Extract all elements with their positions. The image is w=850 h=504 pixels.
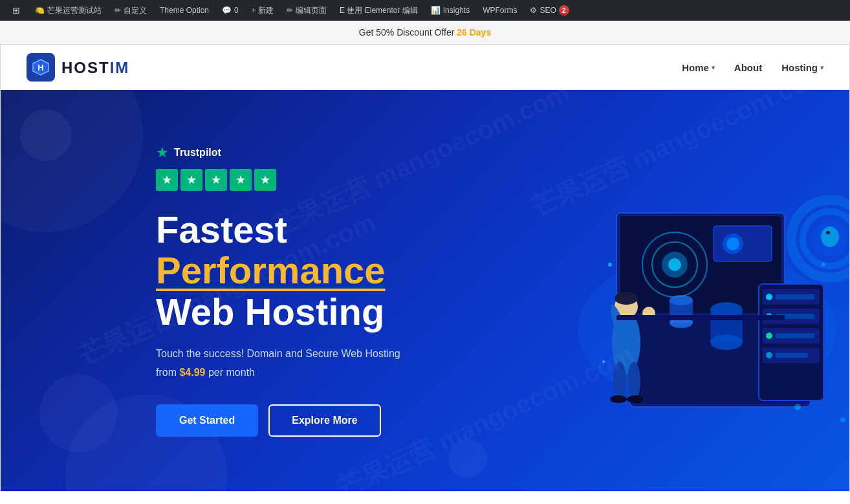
svg-rect-24 bbox=[776, 333, 814, 338]
site-header: H HOSTIM Home ▾ About Hosting ▾ bbox=[1, 45, 849, 90]
svg-point-42 bbox=[627, 395, 644, 403]
svg-rect-53 bbox=[826, 231, 830, 234]
star-2: ★ bbox=[180, 169, 202, 191]
svg-point-43 bbox=[608, 263, 612, 267]
theme-option-label: Theme Option bbox=[160, 6, 209, 15]
svg-rect-18 bbox=[776, 294, 814, 300]
comment-count: 0 bbox=[234, 6, 239, 15]
svg-rect-48 bbox=[616, 315, 785, 320]
svg-point-40 bbox=[627, 362, 640, 400]
price-prefix: from bbox=[156, 367, 179, 378]
main-nav: Home ▾ About Hosting ▾ bbox=[682, 62, 823, 73]
discount-text: Get 50% Discount Offer bbox=[359, 27, 455, 38]
nav-home[interactable]: Home ▾ bbox=[682, 62, 715, 73]
hero-title: Fastest Performance Web Hosting bbox=[156, 209, 479, 333]
svg-point-26 bbox=[766, 352, 772, 358]
seo-label: SEO bbox=[539, 6, 556, 15]
wp-admin-bar: ⊞ 🍋 芒果运营测试站 ✏ 自定义 Theme Option 💬 0 + 新建 … bbox=[0, 0, 850, 21]
price-value: $4.99 bbox=[179, 367, 205, 378]
nav-about-label: About bbox=[734, 62, 762, 73]
elementor-item[interactable]: E 使用 Elementor 编辑 bbox=[334, 0, 423, 21]
logo-icon: H bbox=[27, 53, 55, 82]
customize-label: 自定义 bbox=[124, 5, 147, 16]
wpforms-label: WPForms bbox=[483, 6, 517, 15]
edit-page-label: 编辑页面 bbox=[296, 5, 327, 16]
edit-page-item[interactable]: ✏ 编辑页面 bbox=[281, 0, 332, 21]
svg-point-39 bbox=[613, 362, 626, 400]
new-item[interactable]: + 新建 bbox=[246, 0, 279, 21]
svg-point-23 bbox=[766, 333, 772, 339]
site-wrapper: H HOSTIM Home ▾ About Hosting ▾ bbox=[0, 44, 850, 492]
pencil-icon: ✏ bbox=[114, 6, 121, 15]
new-label: + 新建 bbox=[252, 5, 274, 16]
star-3: ★ bbox=[205, 169, 227, 191]
svg-point-46 bbox=[840, 417, 845, 422]
insights-label: Insights bbox=[443, 6, 470, 15]
wpforms-item[interactable]: WPForms bbox=[477, 0, 522, 21]
trustpilot-row: ★ Trustpilot bbox=[156, 144, 479, 161]
comment-item[interactable]: 💬 0 bbox=[217, 0, 244, 21]
elementor-label: E 使用 Elementor 编辑 bbox=[340, 5, 418, 16]
svg-point-13 bbox=[726, 237, 739, 250]
svg-point-47 bbox=[794, 404, 801, 410]
logo-area[interactable]: H HOSTIM bbox=[27, 53, 129, 82]
hero-subtitle: Touch the success! Domain and Secure Web… bbox=[156, 345, 479, 362]
svg-rect-27 bbox=[776, 353, 808, 358]
svg-point-17 bbox=[766, 294, 772, 300]
logo-text-part2: IM bbox=[110, 59, 130, 76]
blob-tl bbox=[20, 109, 72, 161]
blob-br bbox=[448, 439, 487, 478]
wp-icon: ⊞ bbox=[10, 5, 22, 16]
customize-item[interactable]: ✏ 自定义 bbox=[109, 0, 152, 21]
hero-title-highlight: Performance bbox=[156, 249, 386, 291]
nav-hosting-label: Hosting bbox=[781, 62, 818, 73]
svg-point-10 bbox=[668, 258, 681, 271]
hero-illustration bbox=[513, 135, 849, 446]
star-1: ★ bbox=[156, 169, 178, 191]
blob-bl bbox=[39, 375, 117, 452]
hero-section: 芒果运营 mangoecom.com 芒果运营 mangoecom.com 芒果… bbox=[1, 90, 849, 491]
star-rating-row: ★ ★ ★ ★ ★ bbox=[156, 169, 479, 191]
hero-content: ★ Trustpilot ★ ★ ★ ★ ★ Fastest Performan… bbox=[156, 144, 479, 437]
chevron-down-icon-hosting: ▾ bbox=[820, 64, 823, 71]
edit-icon: ✏ bbox=[287, 6, 293, 15]
wp-logo-item[interactable]: ⊞ bbox=[5, 0, 27, 21]
svg-point-45 bbox=[602, 360, 605, 363]
hero-price: from $4.99 per month bbox=[156, 367, 479, 378]
discount-link[interactable]: 26 Days bbox=[457, 27, 491, 38]
chevron-down-icon: ▾ bbox=[712, 64, 715, 71]
svg-point-52 bbox=[821, 226, 839, 247]
wp-site-icon: 🍋 bbox=[35, 6, 45, 15]
hero-buttons: Get Started Explore More bbox=[156, 404, 479, 437]
nav-about[interactable]: About bbox=[734, 62, 762, 73]
get-started-button[interactable]: Get Started bbox=[156, 404, 258, 437]
hero-title-part2: Web Hosting bbox=[156, 290, 384, 333]
explore-more-button[interactable]: Explore More bbox=[268, 404, 380, 437]
hero-title-part1: Fastest bbox=[156, 208, 287, 250]
logo-text-part1: HOST bbox=[61, 59, 110, 76]
insights-item[interactable]: 📊 Insights bbox=[426, 0, 475, 21]
discount-banner: Get 50% Discount Offer 26 Days bbox=[0, 21, 850, 44]
svg-text:H: H bbox=[38, 63, 43, 72]
svg-point-41 bbox=[610, 395, 627, 403]
theme-option-item[interactable]: Theme Option bbox=[155, 0, 214, 21]
seo-item[interactable]: ⚙ SEO 2 bbox=[525, 0, 574, 21]
logo-text: HOSTIM bbox=[61, 58, 129, 78]
star-5: ★ bbox=[254, 169, 276, 191]
nav-hosting[interactable]: Hosting ▾ bbox=[781, 62, 823, 73]
price-suffix: per month bbox=[206, 367, 255, 378]
svg-point-36 bbox=[615, 292, 638, 305]
star-4: ★ bbox=[230, 169, 252, 191]
trustpilot-star-icon: ★ bbox=[156, 144, 169, 161]
site-name-label: 芒果运营测试站 bbox=[47, 5, 102, 16]
trustpilot-label: Trustpilot bbox=[174, 147, 221, 159]
site-name-item[interactable]: 🍋 芒果运营测试站 bbox=[30, 0, 107, 21]
chart-icon: 📊 bbox=[431, 6, 441, 15]
nav-home-label: Home bbox=[682, 62, 709, 73]
seo-badge: 2 bbox=[559, 5, 569, 16]
svg-point-30 bbox=[710, 334, 743, 350]
gear-icon: ⚙ bbox=[530, 6, 537, 15]
comment-icon: 💬 bbox=[222, 6, 232, 15]
